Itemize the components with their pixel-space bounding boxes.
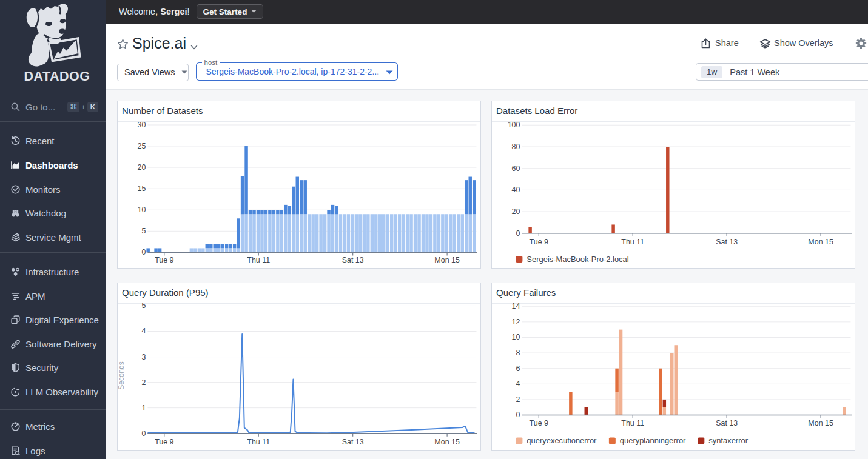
- svg-text:0: 0: [141, 429, 146, 438]
- svg-text:20: 20: [138, 163, 146, 172]
- svg-text:2: 2: [516, 395, 520, 404]
- svg-text:0: 0: [516, 410, 520, 419]
- svg-text:Tue 9: Tue 9: [155, 438, 173, 446]
- svg-text:1: 1: [141, 404, 146, 412]
- svg-text:Thu 11: Thu 11: [247, 438, 270, 446]
- svg-text:Sat 13: Sat 13: [342, 256, 364, 264]
- svg-text:0: 0: [141, 248, 146, 256]
- svg-text:5: 5: [141, 301, 146, 310]
- svg-text:queryplanningerror: queryplanningerror: [620, 436, 686, 445]
- svg-text:8: 8: [516, 349, 520, 357]
- svg-text:4: 4: [141, 327, 146, 335]
- svg-text:80: 80: [512, 142, 520, 151]
- svg-text:queryexecutionerror: queryexecutionerror: [527, 436, 597, 445]
- svg-text:12: 12: [512, 318, 520, 326]
- svg-text:14: 14: [512, 302, 520, 310]
- svg-text:syntaxerror: syntaxerror: [708, 436, 748, 445]
- svg-text:3: 3: [141, 353, 146, 361]
- svg-text:Sat 13: Sat 13: [716, 419, 738, 427]
- svg-text:10: 10: [138, 206, 146, 214]
- svg-text:20: 20: [512, 207, 520, 216]
- svg-text:15: 15: [138, 184, 146, 193]
- svg-text:Sat 13: Sat 13: [716, 238, 738, 246]
- svg-text:40: 40: [512, 186, 520, 194]
- svg-text:Seconds: Seconds: [118, 361, 126, 389]
- svg-text:Thu 11: Thu 11: [621, 419, 644, 427]
- svg-text:Thu 11: Thu 11: [621, 238, 644, 246]
- svg-text:4: 4: [516, 380, 520, 388]
- svg-text:Tue 9: Tue 9: [530, 419, 548, 427]
- svg-text:Mon 15: Mon 15: [434, 438, 460, 446]
- svg-text:Mon 15: Mon 15: [808, 419, 833, 427]
- svg-text:Mon 15: Mon 15: [434, 256, 460, 264]
- svg-text:Tue 9: Tue 9: [530, 238, 548, 246]
- svg-text:100: 100: [508, 121, 520, 129]
- svg-text:6: 6: [516, 364, 520, 373]
- svg-text:60: 60: [512, 164, 520, 173]
- svg-text:25: 25: [138, 142, 146, 150]
- svg-text:30: 30: [138, 121, 146, 129]
- svg-text:Thu 11: Thu 11: [247, 256, 270, 264]
- svg-text:5: 5: [141, 227, 146, 235]
- svg-text:Sergeis-MacBook-Pro-2.local: Sergeis-MacBook-Pro-2.local: [527, 255, 628, 264]
- svg-text:Tue 9: Tue 9: [155, 256, 173, 264]
- svg-text:10: 10: [512, 333, 520, 341]
- svg-text:Mon 15: Mon 15: [808, 238, 833, 246]
- svg-text:Sat 13: Sat 13: [342, 438, 364, 446]
- svg-text:0: 0: [516, 229, 520, 238]
- svg-text:2: 2: [141, 378, 146, 387]
